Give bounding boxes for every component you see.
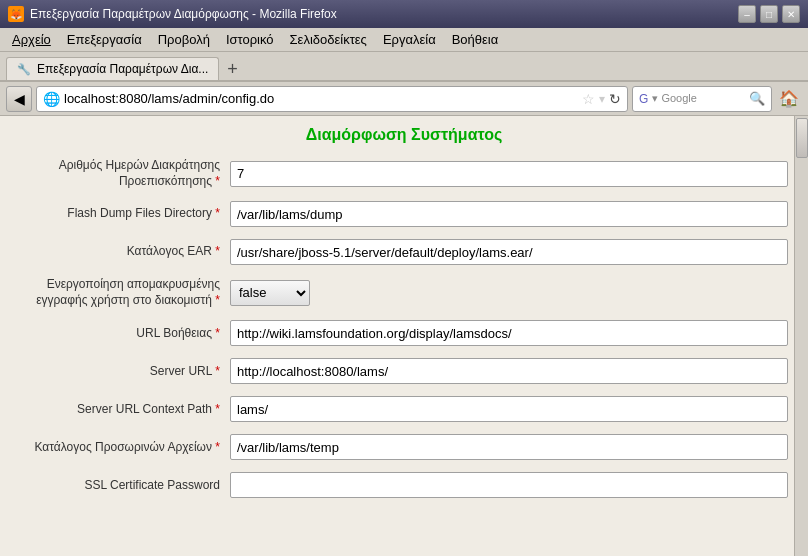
input-days-retention[interactable] <box>230 161 788 187</box>
firefox-icon: 🦊 <box>8 6 24 22</box>
input-server-url-context[interactable] <box>230 396 788 422</box>
close-button[interactable]: ✕ <box>782 5 800 23</box>
field-server-url-context: Server URL Context Path * <box>20 396 788 422</box>
label-ear-directory: Κατάλογος EAR * <box>20 244 230 260</box>
input-flash-dump[interactable] <box>230 201 788 227</box>
google-icon: G <box>639 92 648 106</box>
menu-file[interactable]: Αρχείο <box>4 30 59 49</box>
label-days-retention: Αριθμός Ημερών Διακράτησης Προεπισκόπηση… <box>20 158 230 189</box>
label-flash-dump: Flash Dump Files Directory * <box>20 206 230 222</box>
maximize-button[interactable]: □ <box>760 5 778 23</box>
address-text: localhost:8080/lams/admin/config.do <box>64 91 578 106</box>
back-button[interactable]: ◀ <box>6 86 32 112</box>
input-ssl-cert[interactable] <box>230 472 788 498</box>
tab-icon: 🔧 <box>17 63 31 76</box>
search-engine-label: ▾ Google <box>652 92 697 105</box>
divider-icon: ▾ <box>599 92 605 106</box>
scrollbar-track <box>794 116 808 556</box>
field-temp-directory: Κατάλογος Προσωρινών Αρχείων * <box>20 434 788 460</box>
field-remote-user: Ενεργοποίηση απομακρυσμένης εγγραφής χρή… <box>20 277 788 308</box>
label-temp-directory: Κατάλογος Προσωρινών Αρχείων * <box>20 440 230 456</box>
label-remote-user: Ενεργοποίηση απομακρυσμένης εγγραφής χρή… <box>20 277 230 308</box>
main-content: Διαμόρφωση Συστήματος Αριθμός Ημερών Δια… <box>0 116 808 556</box>
field-server-url: Server URL * <box>20 358 788 384</box>
input-ear-directory[interactable] <box>230 239 788 265</box>
address-box[interactable]: 🌐 localhost:8080/lams/admin/config.do ☆ … <box>36 86 628 112</box>
input-url-help[interactable] <box>230 320 788 346</box>
field-ssl-cert: SSL Certificate Password <box>20 472 788 498</box>
window-title: Επεξεργασία Παραμέτρων Διαμόρφωσης - Moz… <box>30 7 337 21</box>
scrollbar-thumb[interactable] <box>796 118 808 158</box>
globe-icon: 🌐 <box>43 91 60 107</box>
search-icon[interactable]: 🔍 <box>749 91 765 106</box>
menu-bookmarks[interactable]: Σελιδοδείκτες <box>282 30 375 49</box>
minimize-button[interactable]: – <box>738 5 756 23</box>
input-temp-directory[interactable] <box>230 434 788 460</box>
select-remote-user[interactable]: false true <box>230 280 310 306</box>
field-ear-directory: Κατάλογος EAR * <box>20 239 788 265</box>
input-server-url[interactable] <box>230 358 788 384</box>
active-tab[interactable]: 🔧 Επεξεργασία Παραμέτρων Δια... <box>6 57 219 80</box>
label-url-help: URL Βοήθειας * <box>20 326 230 342</box>
menubar: Αρχείο Επεξεργασία Προβολή Ιστορικό Σελι… <box>0 28 808 52</box>
field-flash-dump: Flash Dump Files Directory * <box>20 201 788 227</box>
home-button[interactable]: 🏠 <box>776 86 802 112</box>
addressbar: ◀ 🌐 localhost:8080/lams/admin/config.do … <box>0 82 808 116</box>
menu-help[interactable]: Βοήθεια <box>444 30 507 49</box>
menu-edit[interactable]: Επεξεργασία <box>59 30 150 49</box>
menu-view[interactable]: Προβολή <box>150 30 218 49</box>
field-url-help: URL Βοήθειας * <box>20 320 788 346</box>
menu-tools[interactable]: Εργαλεία <box>375 30 444 49</box>
label-ssl-cert: SSL Certificate Password <box>20 478 230 494</box>
star-icon: ☆ <box>582 91 595 107</box>
new-tab-button[interactable]: + <box>223 59 242 80</box>
tabbar: 🔧 Επεξεργασία Παραμέτρων Δια... + <box>0 52 808 82</box>
refresh-icon[interactable]: ↻ <box>609 91 621 107</box>
page-title: Διαμόρφωση Συστήματος <box>20 126 788 144</box>
search-box[interactable]: G ▾ Google 🔍 <box>632 86 772 112</box>
window-titlebar: 🦊 Επεξεργασία Παραμέτρων Διαμόρφωσης - M… <box>0 0 808 28</box>
field-days-retention: Αριθμός Ημερών Διακράτησης Προεπισκόπηση… <box>20 158 788 189</box>
tab-label: Επεξεργασία Παραμέτρων Δια... <box>37 62 208 76</box>
window-controls: – □ ✕ <box>738 5 800 23</box>
label-server-url: Server URL * <box>20 364 230 380</box>
label-server-url-context: Server URL Context Path * <box>20 402 230 418</box>
menu-history[interactable]: Ιστορικό <box>218 30 282 49</box>
